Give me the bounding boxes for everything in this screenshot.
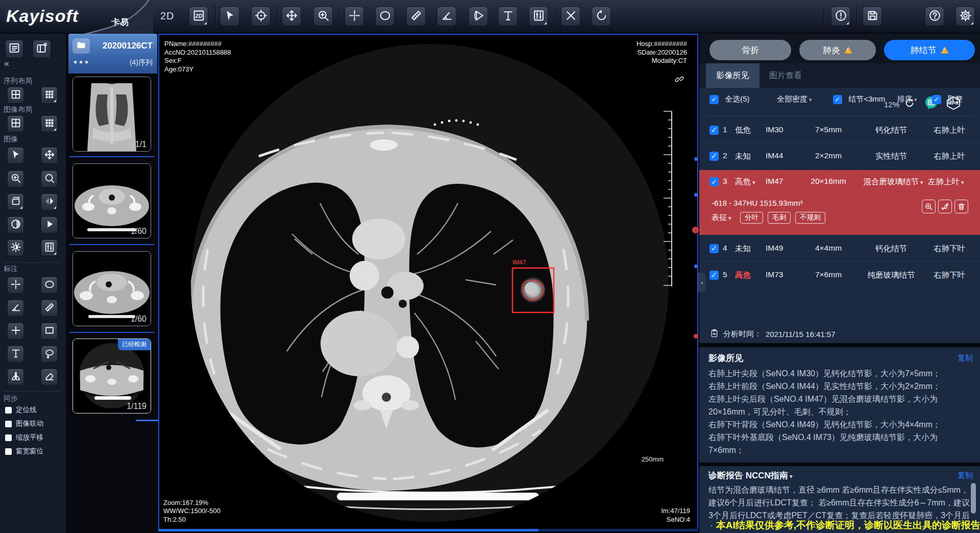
ct-viewport[interactable]: IM47 250mm PName:######### AccNO:2021011…	[158, 34, 698, 530]
nodule-row-2[interactable]: ✓ 2 未知 IM44 2×2mm 实性结节 右肺上叶	[699, 143, 980, 169]
sort-dropdown[interactable]: 排序▾	[897, 94, 917, 104]
check-icon[interactable]: ✓	[709, 177, 719, 186]
thumbnail-series-4-selected[interactable]: 已经检测 1/119	[72, 338, 151, 414]
nodule-row-4[interactable]: ✓ 4 未知 IM49 4×4mm 钙化结节 右肺下叶	[699, 236, 980, 261]
rail-magnifier-button[interactable]	[41, 171, 58, 187]
select-all-checkbox[interactable]: ✓ 全选(5)	[709, 94, 750, 104]
annot-eraser-button[interactable]	[41, 369, 58, 385]
series-list-tab[interactable]	[5, 40, 23, 58]
module-pneumonia[interactable]: 肺炎	[799, 40, 876, 60]
save-button[interactable]	[863, 7, 882, 26]
sync-window-checkbox[interactable]: 窗宽窗位	[5, 447, 43, 456]
annot-ellipse-button[interactable]	[41, 277, 58, 294]
ruler-tool-button[interactable]	[406, 7, 426, 26]
nodule-slice-marker[interactable]	[694, 264, 698, 268]
delete-nodule-button[interactable]	[954, 200, 968, 213]
localizer-tool-button[interactable]	[251, 7, 271, 26]
rail-pointer-button[interactable]	[7, 147, 24, 164]
annot-lasso-button[interactable]	[41, 346, 58, 362]
rail-flip-button[interactable]	[41, 193, 58, 210]
annot-rect-button[interactable]	[41, 323, 58, 340]
zoom-in-icon	[317, 9, 330, 24]
sync-image-link-checkbox[interactable]: 图像联动	[5, 419, 43, 428]
pan-tool-button[interactable]	[282, 7, 301, 26]
text-annotation-button[interactable]	[498, 7, 518, 26]
rail-play-button[interactable]	[41, 216, 58, 233]
ellipse-annotation-button[interactable]	[375, 7, 395, 26]
layout-2d-button[interactable]: 2D	[189, 7, 208, 26]
annot-lung-button[interactable]	[7, 369, 24, 385]
annot-point-button[interactable]	[7, 277, 24, 294]
findings-copy-button[interactable]: 复制	[958, 353, 973, 363]
link-icon[interactable]	[675, 75, 684, 86]
series-grid-3x3-button[interactable]	[41, 87, 58, 104]
annot-angle-button[interactable]	[7, 300, 24, 317]
point-annotation-button[interactable]	[345, 7, 364, 26]
check-icon[interactable]: ✓	[709, 126, 719, 135]
report-scroll-thumb[interactable]	[971, 483, 976, 514]
cobb-angle-button[interactable]	[469, 7, 488, 26]
small-nodule-checkbox[interactable]: ✓ 结节<3mm	[833, 94, 885, 104]
patient-info-overlay: PName:######### AccNO:202101158888 Sex:F…	[164, 40, 231, 74]
zoom-tool-button[interactable]	[313, 7, 333, 26]
angle-tool-button[interactable]	[437, 7, 456, 26]
window-level-button[interactable]	[529, 7, 548, 26]
type-dropdown[interactable]: 混合磨玻璃结节▾	[852, 177, 934, 187]
nodule-row-1[interactable]: ✓ 1 低危 IM30 7×5mm 钙化结节 右肺上叶	[699, 117, 980, 143]
panel-collapse-handle[interactable]: ›	[698, 273, 706, 292]
feature-dropdown[interactable]: 表征▾	[712, 213, 731, 223]
annot-ruler-button[interactable]	[41, 300, 58, 317]
folder-button[interactable]	[72, 38, 90, 54]
rail-invert-button[interactable]	[7, 216, 24, 233]
delete-annotation-button[interactable]	[561, 7, 580, 26]
collapse-rail-button[interactable]: «	[4, 58, 9, 69]
rail-brightness-button[interactable]	[7, 239, 24, 256]
annot-text-button[interactable]	[7, 346, 24, 362]
pointer-tool-button[interactable]	[220, 7, 239, 26]
check-icon[interactable]: ✓	[709, 271, 719, 280]
settings-button[interactable]	[955, 7, 975, 26]
module-fracture[interactable]: 骨折	[709, 40, 791, 60]
rail-window-level-button[interactable]	[41, 239, 58, 256]
close-layout-tab[interactable]	[33, 40, 51, 58]
thumbnail-series-2[interactable]: 1/60	[72, 163, 151, 238]
rail-pan-button[interactable]	[41, 147, 58, 164]
check-icon[interactable]: ✓	[709, 244, 719, 253]
active-slice-marker[interactable]	[692, 227, 699, 233]
round-checkbox[interactable]: ✓ 取整	[932, 94, 963, 104]
image-grid-2x2-button[interactable]	[7, 115, 24, 132]
density-filter-dropdown[interactable]: 全部密度▾	[777, 94, 812, 104]
annot-cross-button[interactable]	[7, 323, 24, 340]
series-scrollbar[interactable]	[158, 529, 698, 531]
series-grid-2x2-button[interactable]	[7, 87, 24, 104]
alert-button[interactable]	[831, 7, 850, 26]
check-icon[interactable]: ✓	[709, 152, 719, 161]
chevron-down-icon: ▾	[809, 96, 812, 103]
sync-localizer-checkbox[interactable]: 定位线	[5, 405, 37, 415]
nodule-slice-marker[interactable]	[694, 193, 698, 197]
thumbnail-series-3[interactable]: 1/60	[72, 251, 151, 326]
location-dropdown[interactable]: 左肺上叶▾	[928, 177, 964, 187]
pointer-icon	[10, 149, 21, 162]
nodule-row-5[interactable]: ✓ 5 高危 IM73 7×6mm 纯磨玻璃结节 右肺下叶	[699, 262, 980, 288]
rail-zoom-button[interactable]	[7, 171, 24, 187]
risk-dropdown[interactable]: 高危▾	[735, 177, 755, 187]
nodule-slice-marker[interactable]	[694, 157, 698, 161]
rail-rotate-button[interactable]	[7, 193, 24, 210]
help-button[interactable]	[925, 7, 944, 26]
series-header[interactable]: 20200126CT ★★★ (4)序列	[68, 34, 157, 74]
report-title[interactable]: 诊断报告 NCCN指南▾	[708, 470, 793, 481]
tab-findings[interactable]: 影像所见	[706, 63, 760, 88]
nodule-row-3-selected[interactable]: ✓ 3 高危▾ IM47 20×16mm 混合磨玻璃结节▾ 左肺上叶▾ -618…	[699, 170, 980, 235]
sync-zoom-pan-checkbox[interactable]: 缩放平移	[5, 433, 43, 442]
magnify-nodule-button[interactable]	[922, 200, 936, 213]
reset-view-button[interactable]	[592, 7, 611, 26]
image-grid-3x3-button[interactable]	[41, 115, 58, 132]
report-copy-button[interactable]: 复制	[958, 471, 973, 480]
series-scroll-thumb[interactable]	[158, 529, 538, 531]
follow-up-compare-button[interactable]	[938, 200, 952, 213]
tab-image-view[interactable]: 图片查看	[764, 63, 807, 88]
module-lung-nodule-active[interactable]: 肺结节	[884, 40, 975, 60]
thumbnail-scout[interactable]: 1/1	[72, 77, 151, 152]
nodule-slice-marker[interactable]	[694, 334, 698, 338]
